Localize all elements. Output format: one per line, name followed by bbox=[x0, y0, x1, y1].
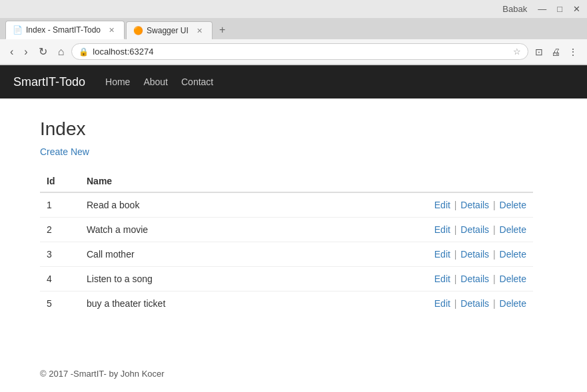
edit-link[interactable]: Edit bbox=[434, 200, 450, 210]
home-button[interactable]: ⌂ bbox=[55, 45, 68, 59]
more-button[interactable]: ⋮ bbox=[566, 45, 580, 59]
table-header-row: Id Name bbox=[40, 170, 533, 192]
table-row: 3Call motherEdit | Details | Delete bbox=[40, 242, 533, 267]
col-header-id: Id bbox=[40, 170, 80, 192]
tab-label-smartit: Index - SmartIT-Todo bbox=[26, 25, 101, 35]
maximize-button[interactable]: □ bbox=[557, 4, 562, 14]
user-label: Babak bbox=[502, 4, 527, 14]
address-text: localhost:63274 bbox=[93, 47, 509, 57]
action-sep-2: | bbox=[490, 274, 498, 284]
cell-id: 3 bbox=[40, 242, 80, 267]
cell-id: 2 bbox=[40, 218, 80, 242]
details-link[interactable]: Details bbox=[460, 200, 489, 210]
action-sep-1: | bbox=[452, 224, 459, 235]
table-row: 5buy a theater ticketEdit | Details | De… bbox=[40, 292, 533, 316]
app-nav-links: Home About Contact bbox=[105, 74, 213, 90]
close-button[interactable]: ✕ bbox=[573, 4, 580, 14]
cell-actions: Edit | Details | Delete bbox=[291, 267, 533, 292]
delete-link[interactable]: Delete bbox=[500, 298, 526, 309]
tab-icon-smartit: 📄 bbox=[13, 25, 22, 35]
cell-actions: Edit | Details | Delete bbox=[291, 242, 533, 267]
page-footer: © 2017 -SmartIT- by John Kocer bbox=[0, 349, 587, 392]
delete-link[interactable]: Delete bbox=[500, 200, 526, 210]
edit-link[interactable]: Edit bbox=[434, 298, 450, 309]
window-controls[interactable]: Babak — □ ✕ bbox=[502, 4, 580, 14]
table-row: 2Watch a movieEdit | Details | Delete bbox=[40, 218, 533, 242]
cell-id: 5 bbox=[40, 292, 80, 316]
details-link[interactable]: Details bbox=[460, 224, 489, 235]
nav-tools: ⊡ 🖨 ⋮ bbox=[532, 45, 580, 59]
cell-id: 1 bbox=[40, 192, 80, 218]
nav-link-home[interactable]: Home bbox=[105, 74, 130, 90]
browser-chrome: Babak — □ ✕ 📄 Index - SmartIT-Todo ✕ 🟠 S… bbox=[0, 0, 587, 65]
print-button[interactable]: 🖨 bbox=[548, 45, 563, 59]
page-content: Index Create New Id Name 1Read a bookEdi… bbox=[0, 98, 573, 335]
action-sep-2: | bbox=[490, 224, 498, 235]
cell-actions: Edit | Details | Delete bbox=[291, 292, 533, 316]
details-link[interactable]: Details bbox=[460, 274, 489, 284]
table-row: 4Listen to a songEdit | Details | Delete bbox=[40, 267, 533, 292]
create-new-link[interactable]: Create New bbox=[40, 146, 89, 157]
back-button[interactable]: ‹ bbox=[7, 45, 17, 59]
details-link[interactable]: Details bbox=[460, 249, 489, 260]
cell-actions: Edit | Details | Delete bbox=[291, 218, 533, 242]
address-bar[interactable]: 🔒 localhost:63274 ☆ bbox=[71, 43, 528, 60]
tab-icon-swagger: 🟠 bbox=[133, 26, 143, 35]
nav-link-about[interactable]: About bbox=[143, 74, 168, 90]
app-navbar: SmartIT-Todo Home About Contact bbox=[0, 65, 587, 98]
page-title: Index bbox=[40, 118, 533, 140]
nav-bar: ‹ › ↻ ⌂ 🔒 localhost:63274 ☆ ⊡ 🖨 ⋮ bbox=[0, 39, 587, 65]
cell-name: Read a book bbox=[80, 192, 291, 218]
tab-label-swagger: Swagger UI bbox=[147, 26, 189, 35]
footer-text: © 2017 -SmartIT- by John Kocer bbox=[40, 369, 165, 379]
bookmark-icon[interactable]: ☆ bbox=[513, 47, 521, 57]
minimize-button[interactable]: — bbox=[538, 4, 546, 14]
action-sep-1: | bbox=[452, 200, 459, 210]
col-header-name: Name bbox=[80, 170, 291, 192]
action-sep-1: | bbox=[452, 249, 459, 260]
title-bar: Babak — □ ✕ bbox=[0, 0, 587, 18]
action-sep-2: | bbox=[490, 200, 498, 210]
refresh-button[interactable]: ↻ bbox=[35, 44, 51, 59]
edit-link[interactable]: Edit bbox=[434, 274, 450, 284]
action-sep-2: | bbox=[490, 298, 498, 309]
tab-swagger[interactable]: 🟠 Swagger UI ✕ bbox=[126, 21, 213, 39]
cell-actions: Edit | Details | Delete bbox=[291, 192, 533, 218]
edit-link[interactable]: Edit bbox=[434, 249, 450, 260]
edit-link[interactable]: Edit bbox=[434, 224, 450, 235]
cell-name: Call mother bbox=[80, 242, 291, 267]
tab-close-swagger[interactable]: ✕ bbox=[197, 27, 203, 35]
cell-name: Watch a movie bbox=[80, 218, 291, 242]
table-row: 1Read a bookEdit | Details | Delete bbox=[40, 192, 533, 218]
todo-table: Id Name 1Read a bookEdit | Details | Del… bbox=[40, 170, 533, 315]
col-header-actions bbox=[291, 170, 533, 192]
delete-link[interactable]: Delete bbox=[500, 249, 526, 260]
cell-name: Listen to a song bbox=[80, 267, 291, 292]
forward-button[interactable]: › bbox=[21, 45, 31, 59]
nav-link-contact[interactable]: Contact bbox=[181, 74, 213, 90]
tab-smartit[interactable]: 📄 Index - SmartIT-Todo ✕ bbox=[5, 21, 125, 39]
action-sep-1: | bbox=[452, 298, 459, 309]
lock-icon: 🔒 bbox=[79, 47, 89, 57]
delete-link[interactable]: Delete bbox=[500, 224, 526, 235]
cell-name: buy a theater ticket bbox=[80, 292, 291, 316]
delete-link[interactable]: Delete bbox=[500, 274, 526, 284]
tab-close-smartit[interactable]: ✕ bbox=[109, 26, 115, 35]
app-brand[interactable]: SmartIT-Todo bbox=[13, 75, 85, 89]
action-sep-2: | bbox=[490, 249, 498, 260]
cast-button[interactable]: ⊡ bbox=[532, 45, 546, 59]
cell-id: 4 bbox=[40, 267, 80, 292]
todo-table-body: 1Read a bookEdit | Details | Delete2Watc… bbox=[40, 192, 533, 315]
details-link[interactable]: Details bbox=[460, 298, 489, 309]
tab-bar: 📄 Index - SmartIT-Todo ✕ 🟠 Swagger UI ✕ … bbox=[0, 18, 587, 39]
action-sep-1: | bbox=[452, 274, 459, 284]
new-tab-button[interactable]: + bbox=[214, 21, 231, 39]
